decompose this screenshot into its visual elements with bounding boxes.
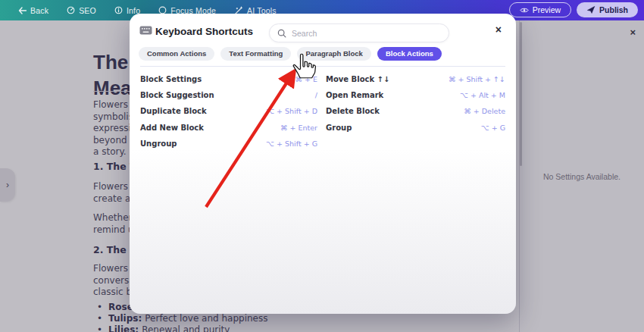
shortcut-action: Group	[326, 124, 352, 132]
shortcut-row: Block Settings⌘ + E	[140, 71, 317, 87]
shortcut-row: Add New Block⌘ + Enter	[140, 120, 317, 136]
shortcut-keys: ⌘ + Shift + ↑↓	[449, 75, 505, 83]
shortcut-row: Ungroup⌥ + Shift + G	[140, 136, 317, 152]
shortcut-keys: ⌘ + Enter	[280, 124, 317, 132]
back-arrow-icon	[18, 7, 27, 14]
shortcut-column-right: Move Block ↑↓⌘ + Shift + ↑↓ Open Remark⌥…	[326, 71, 505, 152]
modal-header: Keyboard Shortcuts ×	[130, 14, 516, 47]
shortcut-keys: ⌥ + G	[481, 124, 505, 132]
search-icon	[277, 29, 286, 38]
shortcut-keys: ⌥ + Shift + D	[266, 107, 317, 115]
info-icon	[114, 6, 123, 14]
keyboard-shortcuts-modal: Keyboard Shortcuts × Common Actions Text…	[130, 14, 516, 314]
tab-block-actions[interactable]: Block Actions	[377, 47, 442, 61]
shortcut-column-left: Block Settings⌘ + E Block Suggestion/ Du…	[140, 71, 317, 152]
shortcut-action: Duplicate Block	[140, 107, 207, 115]
keyboard-icon	[139, 26, 152, 35]
publish-button[interactable]: Publish	[577, 2, 638, 17]
paper-plane-icon	[586, 5, 596, 14]
shortcut-row: Open Remark⌥ + Alt + M	[326, 87, 505, 103]
shortcut-action: Move Block ↑↓	[326, 75, 389, 83]
tab-paragraph-block[interactable]: Paragraph Block	[297, 47, 371, 61]
seo-label: SEO	[79, 6, 96, 15]
search-box[interactable]	[269, 23, 449, 42]
shortcut-keys: ⌥ + Shift + G	[266, 139, 317, 148]
shortcut-action: Add New Block	[140, 124, 204, 132]
preview-label: Preview	[533, 5, 561, 14]
back-button[interactable]: Back	[18, 6, 48, 15]
shortcut-keys: ⌘ + E	[295, 75, 317, 83]
shortcut-row: Block Suggestion/	[140, 87, 317, 103]
shortcut-action: Delete Block	[326, 107, 380, 115]
modal-title: Keyboard Shortcuts	[155, 26, 253, 37]
seo-button[interactable]: SEO	[67, 6, 96, 15]
tab-common-actions[interactable]: Common Actions	[139, 47, 214, 61]
shortcut-keys: ⌥ + Alt + M	[460, 91, 505, 99]
shortcut-action: Block Suggestion	[140, 91, 214, 99]
back-label: Back	[30, 6, 48, 15]
modal-close-button[interactable]: ×	[496, 23, 502, 36]
preview-button[interactable]: Preview	[509, 2, 571, 17]
shortcut-action: Open Remark	[326, 91, 383, 99]
shortcut-row: Move Block ↑↓⌘ + Shift + ↑↓	[326, 71, 505, 87]
shortcut-action: Ungroup	[140, 139, 177, 148]
shortcut-keys: /	[315, 91, 317, 99]
shortcut-row: Group⌥ + G	[326, 120, 505, 136]
shortcut-keys: ⌘ + Delete	[464, 107, 505, 115]
shortcut-list: Block Settings⌘ + E Block Suggestion/ Du…	[130, 71, 516, 152]
eye-icon	[520, 7, 529, 14]
shortcut-row: Delete Block⌘ + Delete	[326, 103, 505, 119]
tabs-divider	[140, 66, 505, 67]
topbar-right-group: Preview Publish	[509, 2, 638, 17]
publish-label: Publish	[599, 5, 628, 14]
tab-text-formatting[interactable]: Text Formatting	[220, 47, 291, 61]
search-input[interactable]	[292, 29, 441, 38]
shortcut-row: Duplicate Block⌥ + Shift + D	[140, 103, 317, 119]
shortcut-category-tabs: Common Actions Text Formatting Paragraph…	[139, 47, 442, 61]
seo-gauge-icon	[67, 6, 75, 14]
shortcut-action: Block Settings	[140, 75, 202, 83]
